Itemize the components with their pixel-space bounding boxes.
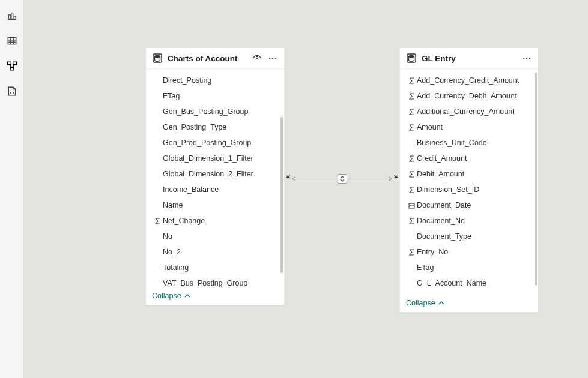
sigma-icon [406,92,417,100]
field-label: Debit_Amount [417,168,532,180]
svg-point-21 [409,55,414,58]
dax-query-button[interactable] [5,85,19,100]
field-item[interactable]: Add_Currency_Credit_Amount [400,73,538,88]
field-item[interactable]: No_2 [146,244,284,260]
sigma-icon [406,248,417,256]
table-header[interactable]: GL Entry [400,48,538,69]
field-item[interactable]: Totaling [146,260,284,275]
field-item[interactable]: Document_No [400,213,538,229]
field-label: ETag [417,262,532,274]
field-item[interactable]: VAT_Bus_Posting_Group [146,275,284,288]
svg-rect-2 [11,13,13,19]
chevron-up-icon [184,292,191,299]
field-item[interactable]: ETag [146,88,284,104]
field-item[interactable]: Dimension_Set_ID [400,182,538,197]
svg-line-12 [9,65,12,68]
field-label: G_L_Account_Name [417,277,532,289]
model-canvas[interactable]: Charts of Account Direct_PostingETagGen_… [24,0,588,378]
field-item[interactable]: Additional_Currency_Amount [400,104,538,119]
field-item[interactable]: Entry_No [400,244,538,260]
filter-direction-icon[interactable] [338,174,347,184]
field-item[interactable]: Name [146,197,284,213]
svg-point-16 [256,56,258,58]
field-item[interactable]: Business_Unit_Code [400,135,538,151]
scrollbar[interactable] [535,73,537,286]
chevron-up-icon [438,299,445,307]
field-label: Income_Balance [163,184,278,196]
table-icon [7,35,17,49]
field-item[interactable]: Net_Change [146,213,284,229]
field-item[interactable]: Income_Balance [146,182,284,197]
collapse-button[interactable]: Collapse [400,295,538,312]
field-item[interactable]: Document_Date [400,197,538,213]
table-header[interactable]: Charts of Account [146,48,284,69]
relationship-line[interactable]: * * [284,174,400,184]
model-view-button[interactable] [5,60,19,74]
calendar-icon [406,202,417,209]
field-item[interactable]: Direct_Posting [146,73,284,88]
field-label: Business_Unit_Code [417,137,532,149]
field-label: Entry_No [417,246,532,258]
table-card-gl-entry[interactable]: GL Entry Add_Currency_Credit_AmountAdd_C… [399,47,539,313]
visibility-toggle-icon[interactable] [252,53,262,64]
dax-icon [7,86,17,99]
collapse-label: Collapse [152,292,181,300]
field-label: Add_Currency_Credit_Amount [417,74,532,86]
field-label: Dimension_Set_ID [417,184,532,196]
svg-point-22 [523,58,525,59]
scrollbar[interactable] [280,117,283,273]
field-item[interactable]: Global_Dimension_1_Filter [146,151,284,166]
svg-point-18 [272,58,274,59]
field-label: No_2 [163,246,278,258]
svg-line-13 [12,65,15,68]
field-item[interactable]: Gen_Bus_Posting_Group [146,104,284,119]
svg-point-19 [275,58,277,59]
field-label: Document_Type [417,230,532,242]
collapse-button[interactable]: Collapse [146,288,284,305]
field-item[interactable]: Global_Dimension_2_Filter [146,166,284,182]
field-item[interactable]: Add_Currency_Debit_Amount [400,88,538,104]
field-item[interactable]: Gen_Posting_Type [146,119,284,135]
sigma-icon [406,108,417,116]
field-item[interactable]: Document_Type [400,229,538,244]
sigma-icon [406,77,417,85]
data-view-button[interactable] [5,35,19,49]
table-entity-icon [152,53,163,64]
sigma-icon [406,124,417,131]
field-item[interactable]: Amount [400,119,538,135]
field-label: Totaling [163,262,278,274]
cardinality-to: * [392,173,400,184]
field-label: VAT_Bus_Posting_Group [163,277,278,288]
field-label: Net_Change [163,215,278,227]
field-label: ETag [163,90,278,102]
table-card-charts-of-account[interactable]: Charts of Account Direct_PostingETagGen_… [145,47,285,305]
sigma-icon [406,170,417,178]
field-item[interactable]: G_L_Account_Name [400,275,538,291]
field-label: Additional_Currency_Amount [417,106,532,118]
more-options-icon[interactable] [521,53,532,64]
field-item[interactable]: No [146,229,284,244]
field-label: Global_Dimension_2_Filter [163,168,278,180]
field-item[interactable]: Gen_Prod_Posting_Group [146,135,284,151]
table-title: Charts of Account [168,54,247,63]
arrow-left-icon [291,176,296,181]
field-item[interactable]: Debit_Amount [400,166,538,182]
sigma-icon [406,155,417,163]
svg-rect-25 [409,203,414,208]
table-title: GL Entry [422,54,517,63]
field-label: Name [163,199,278,211]
field-label: Global_Dimension_1_Filter [163,152,278,164]
field-item[interactable]: Credit_Amount [400,151,538,166]
bar-chart-icon [7,10,17,23]
model-icon [7,61,17,74]
svg-rect-10 [13,62,16,65]
svg-rect-11 [10,67,14,70]
field-item[interactable]: ETag [400,260,538,275]
more-options-icon[interactable] [267,53,278,64]
svg-point-23 [526,58,528,59]
svg-rect-4 [8,37,16,44]
report-view-button[interactable] [5,10,19,24]
field-label: Document_No [417,215,532,227]
field-label: Gen_Posting_Type [163,121,278,133]
svg-point-24 [529,58,531,59]
